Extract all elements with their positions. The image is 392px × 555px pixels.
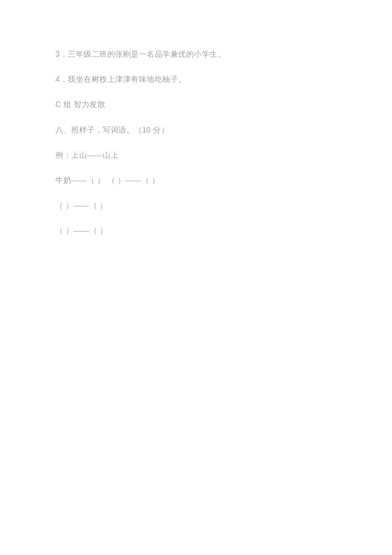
section-8-text-c: 分） [151,126,169,134]
group-c-heading: C 组 智力发散 [55,99,337,110]
question-3: 3．三年级二班的张刚是一名品学兼优的小学生。 [55,49,337,60]
answer-line-3: （ ）——（ ） [55,225,337,236]
answer-line-2-text: （ ）——（ ） [55,201,107,210]
answer-line-1-text: 牛奶——（ ） （ ）——（ ） [55,176,159,185]
group-c-letter: C [55,100,61,109]
question-3-text: 3．三年级二班的张刚是一名品学兼优的小学生。 [55,50,225,58]
answer-line-1: 牛奶——（ ） （ ）——（ ） [55,175,337,186]
example-line: 例：上山——山上 [55,150,337,161]
question-4: 4．我坐在树杈上津津有味地吃柚子。 [55,74,337,85]
answer-line-3-text: （ ）——（ ） [55,226,107,235]
group-c-text: 组 智力发散 [61,100,106,109]
answer-line-2: （ ）——（ ） [55,200,337,211]
question-4-text: 4．我坐在树杈上津津有味地吃柚子。 [55,75,186,84]
example-text: 例：上山——山上 [55,151,118,159]
section-8-heading: 八、照样子，写词语。（10 分） [55,125,337,136]
section-8-points: 10 [142,126,151,134]
section-8-text-a: 八、照样子，写词语。（ [55,126,142,134]
